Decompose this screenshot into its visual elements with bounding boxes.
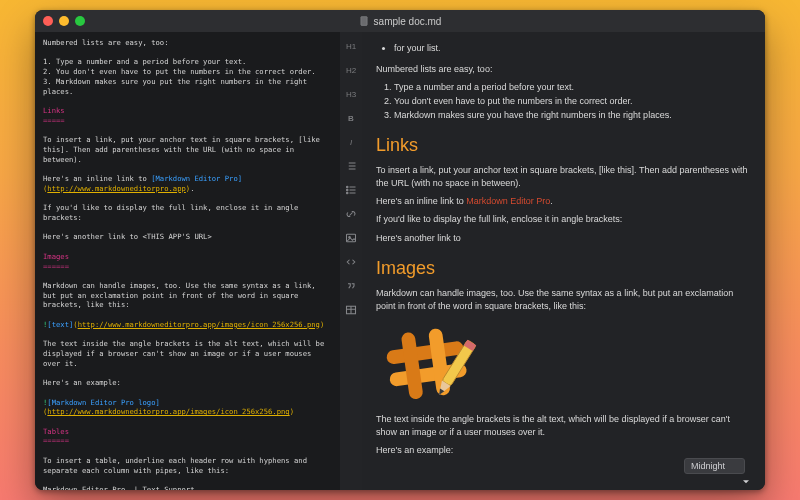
paragraph: Markdown can handle images, too. Use the… [376,287,751,313]
table-button[interactable] [345,304,357,316]
minimize-icon[interactable] [59,16,69,26]
list-item: for your list. [394,42,751,55]
paragraph: To insert a link, put your anchor text i… [376,164,751,190]
split-panes: Numbered lists are easy, too: 1. Type a … [35,32,765,490]
list-item: You don't even have to put the numbers i… [394,95,751,108]
close-icon[interactable] [43,16,53,26]
zoom-icon[interactable] [75,16,85,26]
svg-rect-10 [401,331,424,399]
link-button[interactable] [345,208,357,220]
app-window: sample doc.md Numbered lists are easy, t… [35,10,765,490]
svg-rect-8 [386,340,465,364]
window-title: sample doc.md [35,16,765,27]
inline-link[interactable]: Markdown Editor Pro [466,196,550,206]
paragraph: The text inside the angle brackets is th… [376,413,751,439]
document-icon [359,16,369,26]
ordered-list: Type a number and a period before your t… [376,81,751,122]
paragraph: Here's an inline link to Markdown Editor… [376,195,751,208]
h3-button[interactable]: H3 [345,88,357,100]
paragraph: If you'd like to display the full link, … [376,213,751,226]
hash-logo-icon [376,321,486,407]
paragraph: Here's another link to [376,232,751,245]
traffic-lights [43,16,85,26]
list-item: Type a number and a period before your t… [394,81,751,94]
format-toolbar: H1 H2 H3 B I [340,32,362,490]
svg-point-2 [347,186,349,188]
svg-point-4 [347,192,349,194]
bold-button[interactable]: B [345,112,357,124]
h2-button[interactable]: H2 [345,64,357,76]
svg-rect-1 [360,17,366,26]
image-button[interactable] [345,232,357,244]
italic-button[interactable]: I [345,136,357,148]
svg-point-3 [347,189,349,191]
preview-pane: for your list. Numbered lists are easy, … [362,32,765,490]
titlebar: sample doc.md [35,10,765,32]
h1-button[interactable]: H1 [345,40,357,52]
list-item: Markdown makes sure you have the right n… [394,109,751,122]
source-editor[interactable]: Numbered lists are easy, too: 1. Type a … [35,32,340,490]
code-button[interactable] [345,256,357,268]
quote-button[interactable] [345,280,357,292]
heading-images: Images [376,255,751,281]
theme-select[interactable]: Midnight [684,458,745,474]
heading-links: Links [376,132,751,158]
paragraph: Numbered lists are easy, too: [376,63,751,76]
svg-rect-0 [360,17,366,26]
unordered-list-button[interactable] [345,184,357,196]
paragraph: Here's an example: [376,444,751,457]
ordered-list-button[interactable] [345,160,357,172]
